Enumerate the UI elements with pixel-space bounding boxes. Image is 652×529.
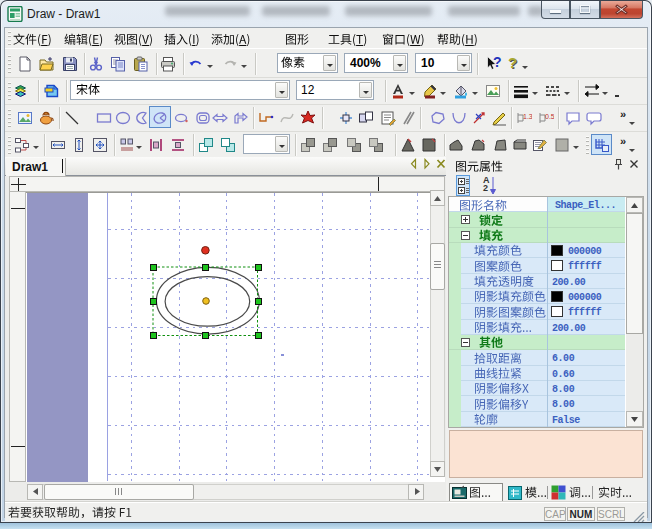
svg-text:1.3: 1.3	[523, 113, 532, 120]
svg-text:0.5: 0.5	[545, 113, 554, 120]
